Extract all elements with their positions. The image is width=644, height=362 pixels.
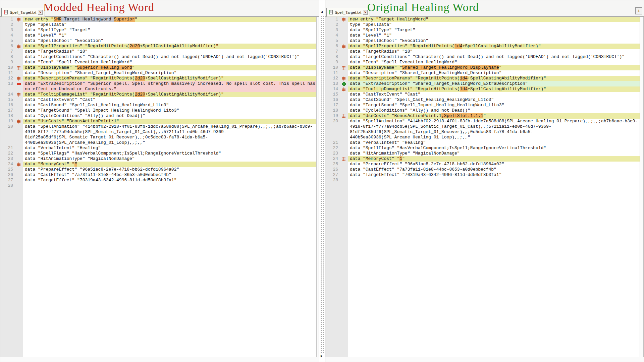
code-line[interactable]: 20data "SpellAnimation" "414bbf02-2918-4… bbox=[0, 124, 316, 145]
code-line[interactable]: 26data "CastEffect" "7a73fa11-81e8-44bc-… bbox=[325, 167, 640, 172]
code-line[interactable]: 13data "ExtraDescription" "Superior spel… bbox=[0, 81, 316, 92]
code-line[interactable]: 26data "CastEffect" "7a73fa11-81e8-44bc-… bbox=[0, 172, 316, 178]
code-line[interactable]: 16data "CastSound" "Spell_Cast_Healing_H… bbox=[325, 97, 640, 103]
right-horizontal-scrollbar[interactable] bbox=[325, 357, 644, 362]
tab-spell-target-modded[interactable]: Spell_Target.txt ✕ bbox=[1, 8, 45, 17]
left-vertical-scrollbar[interactable] bbox=[316, 17, 319, 357]
code-text[interactable]: data "SpellProperties" "RegainHitPoints(… bbox=[348, 44, 640, 49]
code-line[interactable]: 24data "MemoryCost" "" bbox=[0, 162, 316, 167]
code-line[interactable]: 2type "SpellData" bbox=[325, 22, 640, 27]
code-text[interactable]: data "Description" "Shared_Target_Healin… bbox=[23, 70, 316, 76]
code-text[interactable]: data "CastSound" "Spell_Cast_Healing_Hea… bbox=[348, 97, 640, 103]
code-text[interactable]: data "TargetRadius" "18" bbox=[23, 49, 316, 54]
code-line[interactable]: 10data "DisplayName" "Superior Healing W… bbox=[0, 65, 316, 70]
code-line[interactable]: 21data "VerbalIntent" "Healing" bbox=[325, 140, 640, 145]
code-line[interactable]: 19data "UseCosts" "BonusActionPoint:1;Sp… bbox=[325, 113, 640, 119]
code-line[interactable]: 17data "TargetSound" "Spell_Impact_Heali… bbox=[325, 103, 640, 108]
code-text[interactable]: data "HitAnimationType" "MagicalNonDamag… bbox=[23, 156, 316, 162]
code-text[interactable]: data "CastSound" "Spell_Cast_Healing_Hea… bbox=[23, 103, 316, 108]
code-text[interactable]: data "TargetSound" "Spell_Impact_Healing… bbox=[23, 108, 316, 113]
code-text[interactable]: data "DisplayName" "Shared_Target_Healin… bbox=[348, 65, 640, 70]
code-line[interactable]: 11data "Description" "Shared_Target_Heal… bbox=[325, 70, 640, 76]
code-text[interactable]: data "TooltipDamageList" "RegainHitPoint… bbox=[23, 92, 316, 97]
code-text[interactable]: new entry "SMR_Target_HealingWord_Superi… bbox=[23, 17, 316, 22]
code-text[interactable] bbox=[348, 178, 640, 183]
code-line[interactable]: 3data "SpellType" "Target" bbox=[0, 27, 316, 33]
code-text[interactable]: data "DescriptionParams" "RegainHitPoint… bbox=[348, 76, 640, 81]
code-text[interactable]: data "Icon" "Spell_Evocation_HealingWord… bbox=[23, 60, 316, 65]
code-line[interactable]: 20data "SpellAnimation" "414bbf02-2918-4… bbox=[325, 119, 640, 140]
code-line[interactable]: 14data "TooltipDamageList" "RegainHitPoi… bbox=[325, 86, 640, 92]
left-horizontal-scrollbar[interactable] bbox=[0, 357, 319, 362]
code-text[interactable]: data "TargetConditions" "Character() and… bbox=[23, 54, 316, 60]
code-text[interactable]: data "Icon" "Spell_Evocation_HealingWord… bbox=[348, 60, 640, 65]
code-text[interactable]: data "UseCosts" "BonusActionPoint:1;Spel… bbox=[348, 113, 640, 119]
code-text[interactable]: data "PrepareEffect" "96a51ac8-2e7e-4718… bbox=[23, 167, 316, 172]
code-text[interactable]: data "ExtraDescription" "Superior spell.… bbox=[23, 81, 316, 92]
code-text[interactable]: data "SpellFlags" "HasVerbalComponent;Is… bbox=[348, 145, 640, 151]
new-tab-button[interactable]: + bbox=[635, 7, 642, 14]
tab-spell-target-original[interactable]: Spell_Target.txt ✕ bbox=[326, 8, 370, 17]
code-text[interactable]: data "Level" "1" bbox=[23, 33, 316, 38]
code-line[interactable]: 4data "Level" "1" bbox=[0, 33, 316, 38]
code-text[interactable]: data "SpellSchool" "Evocation" bbox=[348, 38, 640, 44]
right-editor[interactable]: 1new entry "Target_HealingWord"2type "Sp… bbox=[325, 17, 640, 357]
code-line[interactable]: 4data "Level" "1" bbox=[325, 33, 640, 38]
code-line[interactable]: 25data "PrepareEffect" "96a51ac8-2e7e-47… bbox=[325, 162, 640, 167]
code-line[interactable]: 15data "CastTextEvent" "Cast" bbox=[325, 92, 640, 97]
code-text[interactable]: data "SpellSchool" "Evocation" bbox=[23, 38, 316, 44]
code-text[interactable]: data "ExtraDescription" "Shared_Target_H… bbox=[348, 81, 640, 86]
code-text[interactable]: data "TargetConditions" "Character() and… bbox=[348, 54, 640, 60]
code-line[interactable]: 8data "TargetConditions" "Character() an… bbox=[0, 54, 316, 60]
code-text[interactable]: type "SpellData" bbox=[348, 22, 640, 27]
code-line[interactable]: 19data "UseCosts" "BonusActionPoint:1" bbox=[0, 119, 316, 124]
code-line[interactable]: 25data "PrepareEffect" "96a51ac8-2e7e-47… bbox=[0, 167, 316, 172]
code-text[interactable]: data "TargetSound" "Spell_Impact_Healing… bbox=[348, 103, 640, 108]
code-line[interactable]: 6data "SpellProperties" "RegainHitPoints… bbox=[0, 44, 316, 49]
code-text[interactable]: data "SpellAnimation" "414bbf02-2918-4f0… bbox=[348, 119, 640, 140]
code-text[interactable]: data "CastEffect" "7a73fa11-81e8-44bc-86… bbox=[23, 172, 316, 178]
code-line[interactable]: 18data "CycleConditions" "Ally() and not… bbox=[0, 113, 316, 119]
code-text[interactable]: data "TargetRadius" "18" bbox=[348, 49, 640, 54]
code-text[interactable]: data "SpellFlags" "HasVerbalComponent;Is… bbox=[23, 151, 316, 156]
code-text[interactable]: data "TooltipDamageList" "RegainHitPoint… bbox=[348, 86, 640, 92]
code-text[interactable]: new entry "Target_HealingWord" bbox=[348, 17, 640, 22]
code-line[interactable]: 6data "SpellProperties" "RegainHitPoints… bbox=[325, 44, 640, 49]
code-line[interactable]: 11data "Description" "Shared_Target_Heal… bbox=[0, 70, 316, 76]
code-text[interactable]: data "SpellType" "Target" bbox=[23, 27, 316, 33]
code-text[interactable]: data "VerbalIntent" "Healing" bbox=[348, 140, 640, 145]
close-tab-icon[interactable]: ✕ bbox=[38, 10, 43, 15]
code-text[interactable]: data "CastEffect" "7a73fa11-81e8-44bc-86… bbox=[348, 167, 640, 172]
code-line[interactable]: 21data "VerbalIntent" "Healing" bbox=[0, 145, 316, 151]
code-line[interactable]: 23data "HitAnimationType" "MagicalNonDam… bbox=[0, 156, 316, 162]
code-line[interactable]: 10data "DisplayName" "Shared_Target_Heal… bbox=[325, 65, 640, 70]
code-text[interactable]: data "CastTextEvent" "Cast" bbox=[348, 92, 640, 97]
code-line[interactable]: 16data "CastSound" "Spell_Cast_Healing_H… bbox=[0, 103, 316, 108]
code-text[interactable]: type "SpellData" bbox=[23, 22, 316, 27]
code-text[interactable]: data "SpellAnimation" "414bbf02-2918-4f0… bbox=[23, 124, 316, 145]
code-line[interactable]: 8data "TargetConditions" "Character() an… bbox=[325, 54, 640, 60]
splitter-grip[interactable] bbox=[321, 15, 324, 353]
code-line[interactable]: 14data "TooltipDamageList" "RegainHitPoi… bbox=[0, 92, 316, 97]
code-line[interactable]: 7data "TargetRadius" "18" bbox=[325, 49, 640, 54]
splitter-arrow-left-icon[interactable]: ◄ bbox=[320, 10, 323, 14]
code-text[interactable]: data "SpellProperties" "RegainHitPoints(… bbox=[23, 44, 316, 49]
close-tab-icon[interactable]: ✕ bbox=[363, 10, 368, 15]
code-line[interactable]: 9data "Icon" "Spell_Evocation_HealingWor… bbox=[325, 60, 640, 65]
pane-splitter[interactable]: ◄ ► bbox=[319, 0, 325, 362]
code-text[interactable]: data "Description" "Shared_Target_Healin… bbox=[348, 70, 640, 76]
code-line[interactable]: 28 bbox=[0, 183, 316, 188]
code-text[interactable]: data "CycleConditions" "Ally() and not D… bbox=[23, 113, 316, 119]
code-text[interactable]: data "UseCosts" "BonusActionPoint:1" bbox=[23, 119, 316, 124]
code-text[interactable]: data "TargetEffect" "70319a43-6342-4996-… bbox=[348, 172, 640, 178]
code-line[interactable]: 28 bbox=[325, 178, 640, 183]
code-line[interactable]: 12data "DescriptionParams" "RegainHitPoi… bbox=[325, 76, 640, 81]
code-line[interactable]: 24data "MemoryCost" "1" bbox=[325, 156, 640, 162]
code-line[interactable]: 22data "SpellFlags" "HasVerbalComponent;… bbox=[325, 145, 640, 151]
code-text[interactable]: data "CastTextEvent" "Cast" bbox=[23, 97, 316, 103]
code-text[interactable]: data "CycleConditions" "Ally() and not D… bbox=[348, 108, 640, 113]
code-line[interactable]: 27data "TargetEffect" "70319a43-6342-499… bbox=[0, 178, 316, 183]
code-line[interactable]: 1new entry "SMR_Target_HealingWord_Super… bbox=[0, 17, 316, 22]
splitter-arrow-right-icon[interactable]: ► bbox=[320, 354, 323, 358]
code-line[interactable]: 15data "CastTextEvent" "Cast" bbox=[0, 97, 316, 103]
